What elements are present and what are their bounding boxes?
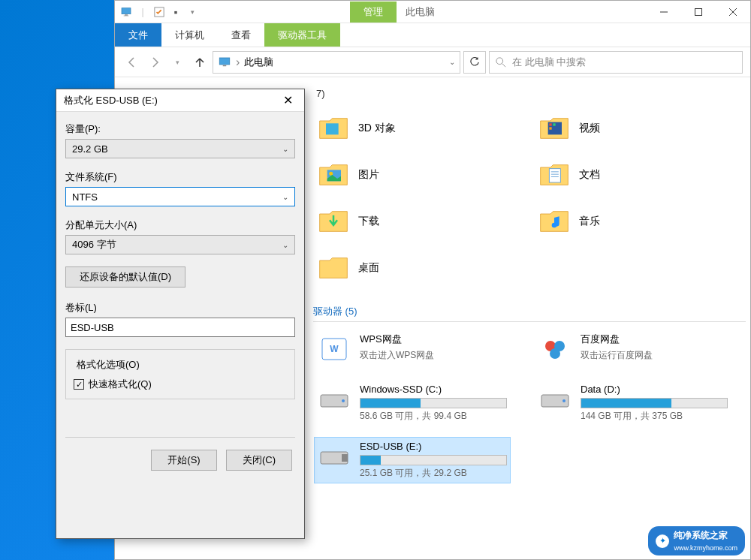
folder-label: 3D 对象 <box>358 122 396 135</box>
ribbon-tab-drivetools[interactable]: 驱动器工具 <box>264 23 340 47</box>
maximize-button[interactable] <box>681 1 716 23</box>
folder-videos[interactable]: 视频 <box>535 110 716 147</box>
properties-icon[interactable] <box>152 5 166 19</box>
folder-icon <box>318 113 349 144</box>
drive-usage-text: 144 GB 可用，共 375 GB <box>581 410 728 423</box>
nav-history-dropdown[interactable]: ▾ <box>167 53 187 72</box>
allocation-value: 4096 字节 <box>72 238 116 251</box>
quick-format-row[interactable]: ✓ 快速格式化(Q) <box>74 378 287 391</box>
folder-desktop[interactable]: 桌面 <box>315 249 495 287</box>
quick-format-checkbox[interactable]: ✓ <box>74 379 84 390</box>
pc-icon <box>119 5 133 19</box>
search-box[interactable]: 在 此电脑 中搜索 <box>489 51 743 74</box>
dialog-close-button[interactable]: ✕ <box>279 93 297 107</box>
drive-name: ESD-USB (E:) <box>360 441 507 452</box>
start-button[interactable]: 开始(S) <box>151 450 217 471</box>
minimize-button[interactable] <box>647 1 681 23</box>
drive-e[interactable]: ESD-USB (E:) 25.1 GB 可用，共 29.2 GB <box>315 438 510 483</box>
nav-back-button[interactable] <box>122 53 142 72</box>
svg-rect-0 <box>122 8 131 14</box>
folder-label: 视频 <box>579 122 600 135</box>
svg-point-10 <box>496 57 503 64</box>
folder-label: 桌面 <box>358 261 379 275</box>
dialog-titlebar: 格式化 ESD-USB (E:) ✕ <box>56 89 304 112</box>
dialog-button-row: 开始(S) 关闭(C) <box>65 450 295 471</box>
addressbar-pc-icon <box>218 56 231 69</box>
hard-drive-icon <box>538 384 572 417</box>
address-bar[interactable]: › 此电脑 ⌄ <box>213 51 460 74</box>
folder-downloads[interactable]: 下载 <box>315 203 495 240</box>
nav-up-button[interactable] <box>190 53 210 72</box>
drive-usage-bar <box>360 398 507 408</box>
drive-c[interactable]: Windows-SSD (C:) 58.6 GB 可用，共 99.4 GB <box>315 381 510 426</box>
folder-icon <box>538 159 570 191</box>
close-button[interactable]: 关闭(C) <box>226 450 292 471</box>
search-icon <box>496 57 506 68</box>
format-options-label: 格式化选项(O) <box>74 358 143 372</box>
drives-grid: W WPS网盘 双击进入WPS网盘 百度网盘 双击运行百度网盘 <box>315 330 746 483</box>
addressbar-dropdown-icon[interactable]: ⌄ <box>449 58 455 66</box>
ribbon-tabs: 文件 计算机 查看 驱动器工具 <box>115 23 750 47</box>
svg-text:W: W <box>330 344 339 354</box>
chevron-down-icon: ⌄ <box>282 193 288 201</box>
drive-subtitle: 双击运行百度网盘 <box>581 349 728 362</box>
chevron-down-icon: ⌄ <box>282 145 288 153</box>
drives-section-header[interactable]: 驱动器 (5) <box>313 302 746 322</box>
folder-documents[interactable]: 文档 <box>535 156 716 194</box>
folder-icon <box>538 206 570 237</box>
window-controls <box>647 1 750 23</box>
svg-point-31 <box>562 399 566 402</box>
close-button[interactable] <box>716 1 750 23</box>
qat-dropdown-icon[interactable]: ▪ <box>169 5 182 19</box>
dialog-body: 容量(P): 29.2 GB ⌄ 文件系统(F) NTFS ⌄ 分配单元大小(A… <box>56 112 304 481</box>
svg-rect-5 <box>695 8 702 15</box>
drive-wps[interactable]: W WPS网盘 双击进入WPS网盘 <box>315 330 510 369</box>
folder-pictures[interactable]: 图片 <box>315 156 495 194</box>
ribbon-tab-view[interactable]: 查看 <box>218 23 264 47</box>
chevron-down-icon: ⌄ <box>282 241 288 249</box>
wps-cloud-icon: W <box>318 333 351 366</box>
capacity-value: 29.2 GB <box>72 143 108 155</box>
folder-label: 下载 <box>358 215 379 228</box>
volume-label-input[interactable] <box>65 318 295 337</box>
breadcrumb-location[interactable]: 此电脑 <box>244 56 273 69</box>
drive-usage-text: 25.1 GB 可用，共 29.2 GB <box>360 467 507 480</box>
svg-line-11 <box>502 63 505 66</box>
restore-defaults-button[interactable]: 还原设备的默认值(D) <box>65 266 185 288</box>
dialog-separator <box>65 437 295 438</box>
volume-label-label: 卷标(L) <box>65 301 295 315</box>
allocation-select[interactable]: 4096 字节 ⌄ <box>65 235 295 254</box>
quick-format-label: 快速格式化(Q) <box>89 378 152 391</box>
baidu-cloud-icon <box>538 333 572 366</box>
svg-rect-8 <box>219 58 230 65</box>
svg-rect-16 <box>549 127 551 129</box>
qat-chevron-icon[interactable]: ▾ <box>185 5 199 19</box>
folder-icon <box>318 206 349 237</box>
drive-baidu[interactable]: 百度网盘 双击运行百度网盘 <box>535 330 731 369</box>
folder-3d-objects[interactable]: 3D 对象 <box>315 110 495 147</box>
format-options-group: 格式化选项(O) ✓ 快速格式化(Q) <box>65 349 295 399</box>
drive-usage-text: 58.6 GB 可用，共 99.4 GB <box>360 410 507 423</box>
drive-d[interactable]: Data (D:) 144 GB 可用，共 375 GB <box>535 381 731 426</box>
divider: | <box>136 5 149 19</box>
capacity-select[interactable]: 29.2 GB ⌄ <box>65 139 295 158</box>
drive-usage-bar <box>581 398 728 408</box>
format-dialog: 格式化 ESD-USB (E:) ✕ 容量(P): 29.2 GB ⌄ 文件系统… <box>56 89 305 539</box>
drive-name: Data (D:) <box>581 384 728 395</box>
refresh-button[interactable] <box>463 51 486 74</box>
titlebar: | ▪ ▾ 管理 此电脑 <box>115 1 750 23</box>
navigation-bar: ▾ › 此电脑 ⌄ 在 此电脑 中搜索 <box>115 47 750 77</box>
usb-drive-icon <box>318 441 351 474</box>
filesystem-select[interactable]: NTFS ⌄ <box>65 187 295 206</box>
nav-forward-button[interactable] <box>145 53 164 72</box>
ribbon-tab-file[interactable]: 文件 <box>115 23 161 47</box>
hard-drive-icon <box>318 384 351 417</box>
folder-music[interactable]: 音乐 <box>535 203 716 240</box>
ribbon-tab-computer[interactable]: 计算机 <box>161 23 218 47</box>
drive-usage-bar <box>360 455 507 465</box>
folder-icon <box>318 159 349 191</box>
svg-rect-33 <box>342 454 348 462</box>
dialog-title: 格式化 ESD-USB (E:) <box>64 94 158 107</box>
manage-context-tab[interactable]: 管理 <box>350 2 397 23</box>
folder-label: 音乐 <box>579 215 600 228</box>
